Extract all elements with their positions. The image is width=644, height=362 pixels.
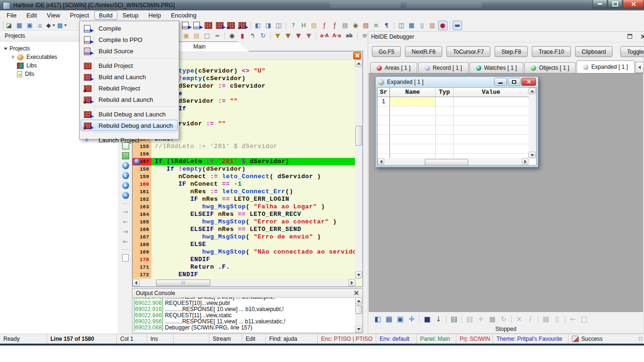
paste-watch-icon[interactable]: ▤ [464, 314, 475, 324]
clear-all-icon[interactable]: / [525, 314, 536, 324]
menu-encoding[interactable]: Encoding [166, 11, 201, 20]
scroll-right-button[interactable] [522, 158, 528, 165]
undock-icon[interactable] [627, 34, 632, 39]
open-project-icon[interactable]: ◪ [4, 21, 14, 30]
restore-layout-icon[interactable]: □ [579, 314, 589, 324]
view-image-icon[interactable]: ▩ [57, 21, 67, 30]
add-watch-icon[interactable]: + [476, 314, 486, 324]
scroll-down-button[interactable] [528, 152, 536, 158]
document-icon[interactable]: ▯ [417, 21, 427, 30]
scroll-down-button[interactable] [355, 272, 362, 279]
debug-icon[interactable]: ● [438, 21, 447, 30]
bookmark-3-icon[interactable]: ▼ [294, 31, 303, 41]
column-header-value[interactable]: Value [454, 88, 528, 97]
debugger-button-nextr-f6[interactable]: NextR.F6 [405, 46, 442, 57]
clipboard-icon[interactable]: ▯ [552, 314, 562, 324]
maximize-button[interactable] [608, 0, 622, 8]
compile-ppo-icon[interactable]: PPO [181, 21, 191, 30]
cascade-windows-icon[interactable]: ▣ [395, 314, 405, 324]
goto-definition-icon[interactable]: i [121, 171, 130, 180]
code-line[interactable]: 168 ELSE [132, 241, 355, 248]
debugger-button-clipboard[interactable]: Clipboard [575, 46, 612, 57]
panel-left-icon[interactable]: ◫ [396, 21, 406, 30]
build-menu-item-rebuild-project[interactable]: ↺Rebuild Project [81, 82, 178, 94]
minimize-button[interactable] [593, 0, 607, 8]
table-row[interactable] [378, 144, 528, 154]
code-line[interactable]: 164 ELSEIF nRes == LETO_ERR_RECV [132, 211, 355, 218]
notes-icon[interactable]: ▥ [428, 21, 437, 30]
code-line[interactable]: 161 nRes := leto_Connect_Err() [132, 188, 355, 196]
console-scrollbar[interactable] [355, 297, 363, 333]
paste-icon[interactable]: ▤ [192, 31, 201, 41]
table-row[interactable]: 1 [378, 97, 528, 107]
scroll-right-button[interactable] [348, 279, 355, 286]
scroll-left-button[interactable] [132, 279, 140, 286]
build-menu-item-compile-to-ppo[interactable]: PPOCompile to PPO [81, 34, 178, 45]
console-close-button[interactable] [354, 290, 360, 296]
editor-vertical-scrollbar[interactable] [355, 60, 363, 279]
function-list-icon[interactable]: ƒ [320, 21, 329, 30]
build-menu-item-build-debug-and-launch[interactable]: Build Debug and Launch [81, 108, 178, 120]
find-icon[interactable]: ◉ [227, 31, 237, 41]
rebuild-launch-icon[interactable]: ↺ [238, 21, 248, 30]
resize-grip[interactable] [638, 337, 643, 341]
build-menu-item-compile[interactable]: IOIOCompile [81, 23, 178, 34]
column-header-name[interactable]: Name [390, 88, 436, 97]
home-icon[interactable]: ⌂ [35, 21, 45, 30]
menu-build[interactable]: Build [94, 11, 117, 20]
column-header-typ[interactable]: Typ [436, 88, 454, 97]
resume-icon[interactable]: ↓ [433, 314, 444, 324]
code-line[interactable]: 171 Return .F. [132, 263, 355, 271]
spell-check-icon[interactable]: ab [344, 31, 355, 41]
code-line-current[interactable]: 157If (lRddLeto := '281' $ dServidor) [132, 158, 355, 165]
code-line[interactable]: 163 hwg_MsgStop( "Falha ao Logar" ) [132, 203, 355, 211]
debugger-tab-objects[interactable]: Objects [ 1 ] [524, 62, 576, 73]
build-menu-item-build-source[interactable]: IOIOBuild Source [81, 45, 178, 57]
window-left-icon[interactable]: ◧ [253, 21, 263, 30]
build-project-icon[interactable] [204, 21, 214, 30]
debugger-button-toggle-ui[interactable]: Toggle UI [620, 46, 644, 57]
code-line[interactable]: 156 [132, 150, 355, 158]
scroll-up-button[interactable] [355, 297, 362, 304]
refresh-icon[interactable]: ↻ [258, 31, 268, 41]
code-line[interactable]: 170 ENDIF [132, 256, 355, 263]
next-function-icon[interactable]: → [121, 207, 130, 216]
code-line[interactable]: 166 ELSEIF nRes == LETO_ERR_SEND [132, 226, 355, 233]
table-row[interactable] [378, 135, 528, 144]
delete-watch-icon[interactable]: × [514, 314, 524, 324]
compile-icon[interactable]: IOIO [192, 21, 203, 30]
column-header-sr[interactable]: Sr [378, 88, 390, 97]
save-watch-icon[interactable]: ■ [487, 314, 497, 324]
code-line[interactable]: 158 If !empty(dServidor) [132, 165, 355, 173]
goto-last-edit-icon[interactable]: ↰ [248, 31, 257, 41]
copy-icon[interactable]: ▣ [182, 31, 191, 41]
rebuild-project-icon[interactable]: ↺ [226, 21, 237, 30]
harbour-help-icon[interactable]: H [299, 21, 308, 30]
scroll-thumb[interactable] [355, 126, 362, 146]
changelog-icon[interactable]: ▤ [361, 21, 371, 30]
code-line[interactable]: 167 hwg_MsgStop( "Erro de envio" ) [132, 233, 355, 241]
expand-windows-icon[interactable]: ✛ [406, 314, 417, 324]
build-launch-icon[interactable] [215, 21, 225, 30]
scroll-left-button[interactable] [378, 158, 384, 165]
restore-button[interactable] [508, 78, 520, 86]
menu-setup[interactable]: Setup [118, 11, 143, 20]
table-row[interactable] [378, 116, 528, 125]
wiki-icon[interactable]: ¶ [382, 21, 391, 30]
table-row[interactable] [378, 107, 528, 116]
build-menu-item-rebuild-debug-and-launch[interactable]: ↺Rebuild Debug and Launch [81, 120, 178, 131]
window-right-icon[interactable]: ◫ [274, 21, 283, 30]
menu-help[interactable]: Help [144, 11, 166, 20]
scroll-thumb[interactable] [425, 159, 468, 165]
code-line[interactable]: 169 hwg_MsgStop( "Não connectado ao serv… [132, 248, 355, 256]
dock-left-icon[interactable]: ◧ [372, 314, 383, 324]
redo-icon[interactable]: ↻ [498, 314, 509, 324]
scroll-down-button[interactable] [355, 326, 362, 333]
goto-end-icon[interactable]: ⇥ [121, 227, 130, 236]
debugger-button-go-f5[interactable]: Go.F5 [372, 46, 401, 57]
debugger-tab-record[interactable]: Record [ 1 ] [418, 62, 469, 73]
function-defs-icon[interactable]: ƒ [330, 21, 339, 30]
table-horizontal-scrollbar[interactable] [378, 158, 528, 165]
help-icon[interactable]: ? [289, 21, 298, 30]
unfold-icon[interactable] [121, 151, 130, 160]
